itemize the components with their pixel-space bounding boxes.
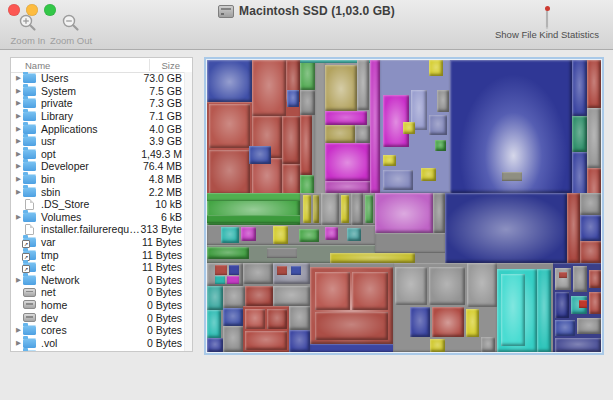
treemap-block[interactable] — [267, 248, 297, 258]
treemap-block[interactable] — [221, 227, 239, 243]
treemap-block[interactable] — [287, 90, 299, 107]
treemap-block[interactable] — [555, 338, 601, 352]
treemap-block[interactable] — [227, 276, 239, 284]
disclosure-triangle-icon[interactable]: ▶ — [14, 74, 23, 82]
treemap-block[interactable] — [207, 60, 252, 102]
treemap-block[interactable] — [241, 227, 256, 241]
treemap-block[interactable] — [567, 193, 580, 263]
treemap-block[interactable] — [207, 286, 223, 310]
zoom-out-button[interactable]: Zoom Out — [46, 13, 96, 46]
list-item[interactable]: net0 Bytes — [11, 286, 192, 299]
list-item[interactable]: var11 Bytes — [11, 236, 192, 249]
disclosure-triangle-icon[interactable]: ▶ — [14, 137, 23, 145]
treemap-block[interactable] — [555, 292, 569, 318]
treemap-block[interactable] — [572, 60, 587, 116]
treemap-block[interactable] — [429, 115, 447, 135]
treemap-block[interactable] — [589, 270, 601, 288]
treemap-block[interactable] — [467, 263, 497, 307]
treemap-block[interactable] — [299, 229, 319, 242]
disclosure-triangle-icon[interactable]: ▶ — [14, 125, 23, 133]
treemap-block[interactable] — [325, 143, 370, 181]
list-item[interactable]: ▶Network0 Bytes — [11, 274, 192, 287]
treemap-block[interactable] — [370, 60, 380, 193]
treemap-block[interactable] — [300, 90, 315, 115]
treemap-block[interactable] — [245, 309, 265, 329]
zoom-in-button[interactable]: Zoom In — [6, 13, 50, 46]
treemap-block[interactable] — [579, 300, 587, 308]
treemap-block[interactable] — [587, 108, 601, 168]
list-item[interactable]: .DS_Store10 kB — [11, 198, 192, 211]
treemap-block[interactable] — [432, 307, 464, 337]
treemap-block[interactable] — [572, 116, 587, 152]
treemap-block[interactable] — [466, 309, 479, 337]
treemap-block[interactable] — [325, 65, 357, 111]
scrollbar[interactable] — [184, 72, 192, 351]
treemap-block[interactable] — [587, 60, 601, 108]
list-item[interactable]: ▶Users73.0 GB — [11, 72, 192, 85]
list-item[interactable]: ▶.Trashes0 Bytes — [11, 349, 192, 351]
treemap-block[interactable] — [223, 326, 243, 352]
treemap-block[interactable] — [351, 193, 363, 225]
list-item[interactable]: ▶cores0 Bytes — [11, 324, 192, 337]
treemap-block[interactable] — [277, 266, 287, 275]
treemap-block[interactable] — [303, 195, 311, 223]
disclosure-triangle-icon[interactable]: ▶ — [14, 99, 23, 107]
show-file-kind-statistics-button[interactable]: Show File Kind Statistics — [483, 10, 611, 40]
treemap-block[interactable] — [589, 292, 601, 314]
treemap-block[interactable] — [429, 267, 465, 305]
treemap-block[interactable] — [501, 274, 525, 346]
list-item[interactable]: ▶Developer76.4 MB — [11, 160, 192, 173]
treemap-block[interactable] — [403, 122, 415, 134]
treemap-block[interactable] — [282, 116, 300, 164]
treemap-block[interactable] — [229, 265, 239, 275]
treemap-block[interactable] — [243, 263, 273, 284]
treemap-block[interactable] — [437, 90, 449, 112]
disclosure-triangle-icon[interactable]: ▶ — [14, 175, 23, 183]
disclosure-triangle-icon[interactable]: ▶ — [14, 339, 23, 347]
treemap-block[interactable] — [577, 318, 601, 334]
column-header-name[interactable]: Name — [11, 60, 162, 71]
treemap-block[interactable] — [215, 276, 225, 284]
treemap-block[interactable] — [325, 181, 370, 193]
treemap-block[interactable] — [273, 286, 310, 306]
list-item[interactable]: ▶private7.3 GB — [11, 97, 192, 110]
treemap-block[interactable] — [421, 168, 436, 181]
column-divider[interactable] — [149, 59, 150, 71]
treemap-block[interactable] — [559, 272, 567, 278]
treemap-block[interactable] — [435, 140, 446, 151]
treemap-block[interactable] — [289, 306, 310, 330]
treemap-block[interactable] — [325, 227, 338, 240]
list-item[interactable]: ▶sbin2.2 MB — [11, 185, 192, 198]
treemap-block[interactable] — [330, 253, 415, 263]
treemap-block[interactable] — [347, 228, 361, 241]
treemap-block[interactable] — [300, 115, 312, 175]
disclosure-triangle-icon[interactable]: ▶ — [14, 188, 23, 196]
treemap-block[interactable] — [555, 320, 575, 336]
treemap-block[interactable] — [502, 172, 522, 181]
treemap-block[interactable] — [245, 286, 273, 306]
treemap-block[interactable] — [573, 266, 587, 292]
disclosure-triangle-icon[interactable]: ▶ — [14, 112, 23, 120]
treemap-block[interactable] — [315, 272, 350, 310]
treemap-block[interactable] — [313, 195, 319, 223]
list-item[interactable]: ▶Library7.1 GB — [11, 110, 192, 123]
list-item[interactable]: installer.failurerequests313 Byte — [11, 223, 192, 236]
treemap-block[interactable] — [300, 60, 315, 90]
list-item[interactable]: dev0 Bytes — [11, 311, 192, 324]
treemap-block[interactable] — [325, 111, 367, 125]
treemap-block[interactable] — [209, 104, 250, 148]
treemap-block[interactable] — [383, 170, 413, 190]
disclosure-triangle-icon[interactable]: ▶ — [14, 276, 23, 284]
treemap-block[interactable] — [207, 338, 223, 352]
treemap-block[interactable] — [209, 150, 250, 195]
treemap-block[interactable] — [580, 193, 601, 215]
treemap-block[interactable] — [207, 193, 300, 201]
treemap-block[interactable] — [445, 193, 567, 263]
disclosure-triangle-icon[interactable]: ▶ — [14, 87, 23, 95]
treemap-block[interactable] — [383, 155, 396, 166]
treemap-block[interactable] — [267, 309, 287, 329]
treemap-block[interactable] — [273, 226, 288, 244]
list-item[interactable]: home0 Bytes — [11, 299, 192, 312]
treemap-block[interactable] — [341, 195, 349, 223]
list-item[interactable]: ▶bin4.8 MB — [11, 173, 192, 186]
